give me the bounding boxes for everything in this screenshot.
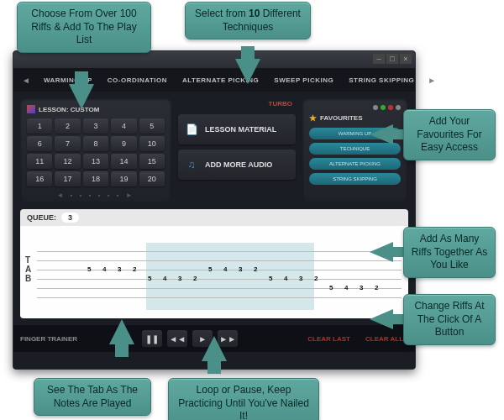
riff-number-button[interactable]: 2 bbox=[55, 118, 80, 134]
fret-number: 4 bbox=[284, 275, 287, 282]
fret-number: 2 bbox=[254, 265, 257, 273]
fret-number: 4 bbox=[163, 275, 166, 282]
fret-number: 2 bbox=[314, 275, 318, 282]
arrow-icon bbox=[109, 319, 134, 344]
favourites-panel: ★ FAVOURITES WARMING UP TECHNIQUE ALTERN… bbox=[302, 98, 407, 202]
controls-label: FINGER TRAINER bbox=[20, 335, 77, 343]
staff-line bbox=[37, 251, 402, 252]
nav-prev-icon[interactable]: ◄ bbox=[17, 76, 35, 85]
callout-seetab: See The Tab As The Notes Are Played bbox=[34, 378, 151, 416]
riff-number-button[interactable]: 16 bbox=[27, 171, 52, 186]
favourite-item[interactable]: ALTERNATE PICKING bbox=[309, 158, 401, 170]
nav-tab[interactable]: SWEEP PICKING bbox=[267, 73, 340, 87]
fret-number: 3 bbox=[118, 265, 121, 273]
favourites-title: ★ FAVOURITES bbox=[309, 113, 401, 123]
fret-number: 3 bbox=[299, 275, 302, 282]
cube-icon bbox=[27, 105, 35, 113]
fret-number: 3 bbox=[239, 265, 242, 273]
lesson-material-button[interactable]: 📄 LESSON MATERIAL bbox=[178, 114, 296, 144]
staff-line bbox=[37, 270, 402, 270]
fret-number: 5 bbox=[148, 275, 151, 282]
riff-number-button[interactable]: 10 bbox=[139, 136, 165, 151]
riff-number-button[interactable]: 19 bbox=[111, 171, 136, 186]
rewind-button[interactable]: ◄◄ bbox=[167, 330, 187, 347]
riff-number-button[interactable]: 3 bbox=[83, 118, 108, 134]
star-icon: ★ bbox=[309, 113, 317, 123]
fret-number: 2 bbox=[133, 265, 136, 273]
favourite-item[interactable]: STRING SKIPPING bbox=[309, 173, 401, 185]
nav-next-icon[interactable]: ► bbox=[423, 76, 441, 85]
riff-number-button[interactable]: 7 bbox=[55, 136, 80, 151]
staff-line bbox=[37, 297, 402, 298]
favourite-item[interactable]: TECHNIQUE bbox=[309, 143, 401, 155]
riff-number-button[interactable]: 11 bbox=[27, 154, 52, 169]
riff-number-button[interactable]: 14 bbox=[111, 154, 136, 169]
riff-number-button[interactable]: 15 bbox=[139, 154, 165, 169]
arrow-icon bbox=[370, 242, 393, 262]
callout-changeriffs: Change Riffs At The Click Of A Button bbox=[403, 294, 496, 345]
riff-number-button[interactable]: 9 bbox=[111, 136, 136, 151]
riff-number-button[interactable]: 5 bbox=[139, 118, 165, 134]
fret-number: 5 bbox=[329, 284, 333, 291]
callout-addmany: Add As Many Riffs Together As You Like bbox=[403, 227, 496, 278]
staff-line bbox=[37, 260, 402, 261]
fret-number: 5 bbox=[87, 265, 91, 273]
status-dots bbox=[309, 105, 401, 110]
callout-loop: Loop or Pause, Keep Practicing Until You… bbox=[168, 378, 319, 420]
callout-techniques: Select from 10 Different Techniques bbox=[185, 2, 311, 39]
riff-number-button[interactable]: 12 bbox=[55, 154, 80, 169]
tab-area: T A B 54325432543254325432 bbox=[20, 226, 408, 318]
arrow-icon bbox=[370, 309, 393, 329]
riff-number-button[interactable]: 20 bbox=[139, 171, 165, 186]
clear-all-button[interactable]: CLEAR ALL bbox=[360, 332, 408, 346]
titlebar: – □ × bbox=[13, 51, 415, 68]
fret-number: 2 bbox=[193, 275, 197, 282]
arrow-icon bbox=[370, 124, 393, 144]
maximize-button[interactable]: □ bbox=[386, 54, 398, 64]
fret-number: 4 bbox=[223, 265, 227, 273]
fret-number: 3 bbox=[360, 284, 363, 291]
turbo-label: TURBO bbox=[178, 98, 296, 109]
lesson-title: LESSON: CUSTOM bbox=[27, 105, 165, 113]
queue-bar: QUEUE: 3 bbox=[20, 209, 408, 226]
fret-number: 5 bbox=[208, 265, 212, 273]
nav-tab[interactable]: STRING SKIPPING bbox=[342, 73, 421, 87]
close-button[interactable]: × bbox=[400, 54, 412, 64]
callout-riffs: Choose From Over 100 Riffs & Add To The … bbox=[17, 2, 151, 53]
fret-number: 3 bbox=[178, 275, 181, 282]
arrow-icon bbox=[235, 59, 260, 84]
tab-label: T A B bbox=[25, 255, 31, 283]
add-audio-button[interactable]: ♫ ADD MORE AUDIO bbox=[178, 150, 296, 180]
riff-number-button[interactable]: 6 bbox=[27, 136, 52, 151]
arrow-icon bbox=[202, 336, 227, 361]
music-note-icon: ♫ bbox=[185, 158, 198, 171]
riff-number-button[interactable]: 8 bbox=[83, 136, 108, 151]
callout-favourites: Add Your Favourites For Easy Access bbox=[403, 109, 496, 160]
document-icon: 📄 bbox=[185, 123, 198, 136]
riff-number-button[interactable]: 4 bbox=[111, 118, 136, 134]
fret-number: 2 bbox=[375, 284, 378, 291]
pager-dots[interactable]: ◄ • • • • • • ► bbox=[27, 192, 165, 199]
lesson-panel: LESSON: CUSTOM 1234567891011121314151617… bbox=[20, 98, 171, 202]
queue-count: 3 bbox=[61, 213, 79, 223]
pause-button[interactable]: ❚❚ bbox=[142, 330, 162, 347]
queue-label: QUEUE: bbox=[27, 213, 56, 222]
riff-number-button[interactable]: 13 bbox=[83, 154, 108, 169]
riff-number-button[interactable]: 17 bbox=[55, 171, 80, 186]
fret-number: 4 bbox=[344, 284, 348, 291]
fret-number: 5 bbox=[269, 275, 272, 282]
staff-line bbox=[37, 279, 402, 280]
nav-tab[interactable]: CO-ORDINATION bbox=[101, 73, 174, 87]
fret-number: 4 bbox=[102, 265, 106, 273]
riff-number-button[interactable]: 18 bbox=[83, 171, 108, 186]
arrow-icon bbox=[69, 84, 94, 109]
minimize-button[interactable]: – bbox=[373, 54, 385, 64]
clear-last-button[interactable]: CLEAR LAST bbox=[302, 332, 355, 346]
riff-number-button[interactable]: 1 bbox=[27, 118, 52, 134]
